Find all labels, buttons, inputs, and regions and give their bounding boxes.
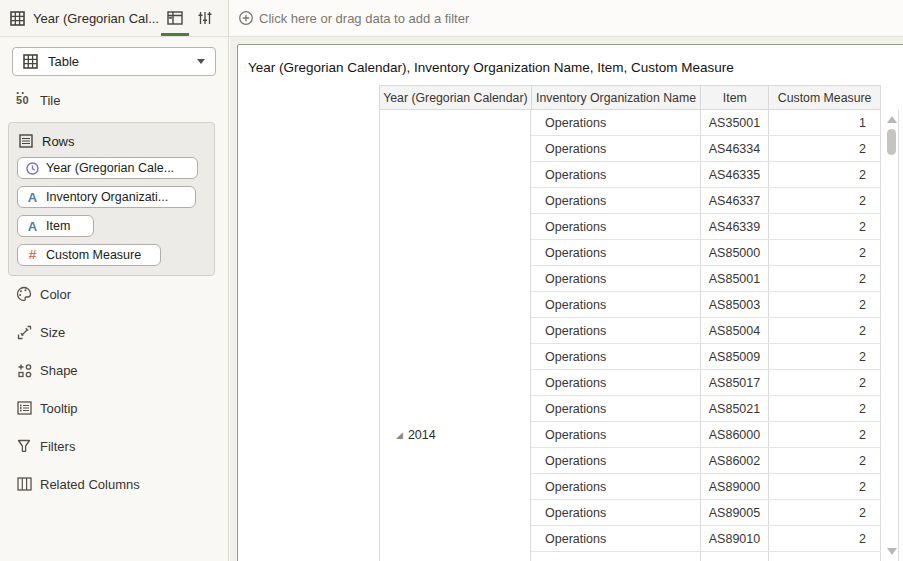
cell-item[interactable]: AS86000	[701, 422, 769, 447]
cell-measure[interactable]: 2	[769, 448, 881, 473]
cell-item[interactable]: AS46334	[701, 136, 769, 161]
cell-measure[interactable]: 2	[769, 318, 881, 343]
column-header-org[interactable]: Inventory Organization Name	[532, 86, 702, 109]
cell-org[interactable]: Operations	[531, 474, 701, 499]
cell-org[interactable]: Operations	[531, 266, 701, 291]
sidebar-item-shape[interactable]: Shape	[0, 351, 228, 389]
table-row[interactable]: Operations AS35001 1	[531, 110, 881, 136]
table-row[interactable]: Operations AS85000 2	[531, 240, 881, 266]
table-visualization[interactable]: Year (Gregorian Calendar), Inventory Org…	[237, 44, 903, 561]
cell-item[interactable]: AS85017	[701, 370, 769, 395]
sidebar-item-tile[interactable]: 50 Tile	[16, 89, 60, 111]
sidebar-item-tooltip[interactable]: Tooltip	[0, 389, 228, 427]
cell-item[interactable]: AS46335	[701, 162, 769, 187]
table-row[interactable]: Operations AS89000 2	[531, 474, 881, 500]
cell-measure[interactable]: 2	[769, 240, 881, 265]
cell-measure[interactable]: 2	[769, 396, 881, 421]
table-row[interactable]: Operations AS46337 2	[531, 188, 881, 214]
cell-measure[interactable]: 2	[769, 266, 881, 291]
cell-org[interactable]: Operations	[531, 344, 701, 369]
cell-org[interactable]: Operations	[531, 162, 701, 187]
drop-item-label: Related Columns	[40, 477, 140, 492]
cell-measure[interactable]: 2	[769, 474, 881, 499]
cell-measure[interactable]: 1	[769, 110, 881, 135]
cell-item[interactable]: AS46337	[701, 188, 769, 213]
cell-item[interactable]: AS85000	[701, 240, 769, 265]
cell-measure[interactable]: 2	[769, 136, 881, 161]
vertical-scrollbar[interactable]	[885, 110, 899, 561]
cell-org[interactable]: Operations	[531, 240, 701, 265]
cell-item[interactable]: AS46339	[701, 214, 769, 239]
pill-item[interactable]: A Item	[17, 215, 94, 237]
cell-item[interactable]: AS35001	[701, 110, 769, 135]
column-header-item[interactable]: Item	[701, 86, 769, 109]
year-group-cell[interactable]: ◢ 2014	[396, 428, 436, 442]
scrollbar-thumb[interactable]	[887, 129, 896, 155]
table-row[interactable]: Operations AS85017 2	[531, 370, 881, 396]
cell-org[interactable]: Operations	[531, 292, 701, 317]
cell-org[interactable]: Operations	[531, 448, 701, 473]
cell-item[interactable]: AS86002	[701, 448, 769, 473]
pill-inventory-organization[interactable]: A Inventory Organizati...	[17, 186, 196, 208]
pill-year-gregorian-calendar[interactable]: Year (Gregorian Cale...	[17, 157, 198, 179]
sidebar-item-size[interactable]: Size	[0, 313, 228, 351]
cell-measure[interactable]: 2	[769, 422, 881, 447]
table-row[interactable]: Operations AS46334 2	[531, 136, 881, 162]
cell-org[interactable]: Operations	[531, 370, 701, 395]
sidebar-item-color[interactable]: Color	[0, 275, 228, 313]
cell-measure[interactable]: 2	[769, 500, 881, 525]
cell-org[interactable]: Operations	[531, 500, 701, 525]
table-row[interactable]: Operations AS46335 2	[531, 162, 881, 188]
cell-measure[interactable]: 2	[769, 526, 881, 551]
collapse-triangle-icon[interactable]: ◢	[396, 431, 403, 440]
cell-measure[interactable]: 2	[769, 162, 881, 187]
table-row[interactable]: Operations AS85003 2	[531, 292, 881, 318]
cell-measure[interactable]: 2	[769, 344, 881, 369]
table-header-row: Year (Gregorian Calendar) Inventory Orga…	[379, 85, 881, 110]
viz-tab[interactable]: Year (Gregorian Cal...	[0, 0, 229, 37]
cell-item[interactable]: AS89010	[701, 526, 769, 551]
cell-item[interactable]: AS85009	[701, 344, 769, 369]
scroll-down-arrow-icon[interactable]	[887, 548, 897, 555]
table-row[interactable]: Operations AS86000 2	[531, 422, 881, 448]
column-header-year[interactable]: Year (Gregorian Calendar)	[380, 86, 532, 109]
cell-item[interactable]: AS89005	[701, 500, 769, 525]
table-row[interactable]: Operations AS86002 2	[531, 448, 881, 474]
cell-measure[interactable]: 2	[769, 370, 881, 395]
cell-org[interactable]: Operations	[531, 396, 701, 421]
add-filter-plus-icon[interactable]	[235, 7, 257, 29]
cell-org[interactable]: Operations	[531, 110, 701, 135]
table-row[interactable]: Operations AS85001 2	[531, 266, 881, 292]
cell-org[interactable]: Operations	[531, 526, 701, 551]
grammar-panel-button[interactable]	[160, 0, 190, 36]
scroll-up-arrow-icon[interactable]	[887, 116, 897, 123]
table-row[interactable]: Operations AS89010 2	[531, 526, 881, 552]
cell-org[interactable]: Operations	[531, 422, 701, 447]
sidebar-item-related-columns[interactable]: Related Columns	[0, 465, 228, 503]
viz-type-selector[interactable]: Table	[12, 47, 216, 76]
column-header-measure[interactable]: Custom Measure	[769, 86, 881, 109]
properties-sliders-icon-button[interactable]	[190, 0, 220, 36]
cell-org[interactable]: Operations	[531, 214, 701, 239]
table-row[interactable]: Operations AS85021 2	[531, 396, 881, 422]
cell-item[interactable]: AS85021	[701, 396, 769, 421]
cell-item[interactable]: AS85003	[701, 292, 769, 317]
cell-item[interactable]: AS85001	[701, 266, 769, 291]
cell-measure[interactable]: 2	[769, 214, 881, 239]
table-row[interactable]: Operations AS85004 2	[531, 318, 881, 344]
sidebar-item-filters[interactable]: Filters	[0, 427, 228, 465]
cell-org[interactable]: Operations	[531, 136, 701, 161]
cell-org[interactable]: Operations	[531, 318, 701, 343]
cell-item[interactable]: AS89000	[701, 474, 769, 499]
cell-measure[interactable]: 2	[769, 292, 881, 317]
cell-org[interactable]: Operations	[531, 188, 701, 213]
table-row[interactable]: Operations AS46339 2	[531, 214, 881, 240]
table-body: Operations AS35001 1 Operations AS46334 …	[531, 110, 881, 552]
rows-drop-target[interactable]: Rows Year (Gregorian Cale... A Inventory…	[8, 122, 215, 276]
table-row[interactable]: Operations AS89005 2	[531, 500, 881, 526]
cell-item[interactable]: AS85004	[701, 318, 769, 343]
table-row[interactable]: Operations AS85009 2	[531, 344, 881, 370]
pill-custom-measure[interactable]: # Custom Measure	[17, 244, 161, 266]
filter-bar[interactable]: Click here or drag data to add a filter	[229, 0, 903, 37]
cell-measure[interactable]: 2	[769, 188, 881, 213]
